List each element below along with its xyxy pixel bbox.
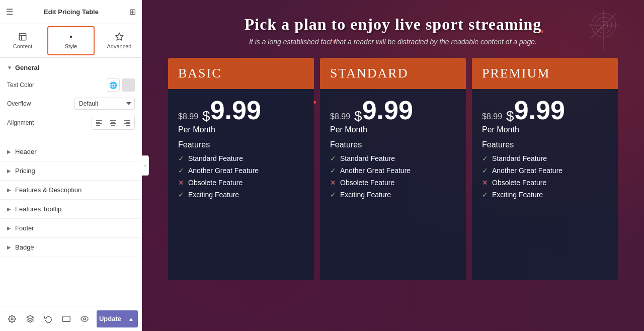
card-basic-feature-4: ✓ Exciting Feature (178, 191, 304, 199)
pricing-cards-row: Basic $8.99 $ 9.99 Per Month Features ✓ … (152, 58, 634, 280)
alignment-controls (92, 116, 135, 130)
update-button[interactable]: Update (97, 310, 124, 327)
card-premium-price: 9.99 (514, 97, 565, 123)
card-premium-plan-name: Premium (482, 66, 608, 81)
card-standard-price-row: $8.99 $ 9.99 (330, 97, 456, 123)
settings-icon-btn[interactable] (4, 311, 20, 327)
card-basic-period: Per Month (178, 125, 304, 134)
align-center-btn[interactable] (106, 116, 120, 129)
feature-check-icon: ✓ (330, 154, 336, 162)
card-premium-dollar: $ (506, 109, 514, 123)
feature-x-icon: ✕ (330, 179, 336, 187)
accordion-pricing: ▶ Pricing (0, 161, 142, 181)
panel-content: ▼ General Text Color 🌐 Overflow Default … (0, 58, 142, 306)
overflow-label: Overflow (7, 100, 31, 107)
accordion-footer-btn[interactable]: ▶ Footer (0, 219, 142, 237)
align-left-btn[interactable] (92, 116, 106, 129)
text-color-swatch[interactable] (122, 78, 135, 92)
card-standard-plan-name: Standard (330, 66, 456, 81)
card-standard-old-price: $8.99 (330, 112, 350, 121)
card-premium-old-price: $8.99 (482, 112, 502, 121)
accordion-footer: ▶ Footer (0, 219, 142, 238)
accordion-features-desc-btn[interactable]: ▶ Features & Description (0, 181, 142, 199)
feature-check-icon: ✓ (482, 191, 488, 199)
accordion-pricing-btn[interactable]: ▶ Pricing (0, 161, 142, 180)
bottom-toolbar: Update ▲ (0, 306, 142, 331)
history-icon-btn[interactable] (40, 311, 56, 327)
accordion-badge-btn[interactable]: ▶ Badge (0, 238, 142, 257)
grid-icon[interactable]: ⊞ (129, 7, 136, 17)
accordion-header-btn[interactable]: ▶ Header (0, 142, 142, 161)
pricing-content: Pick a plan to enjoy live sport streamin… (142, 0, 644, 285)
card-premium-features-label: Features (482, 140, 608, 149)
responsive-icon-btn[interactable] (58, 311, 74, 327)
general-section: ▼ General Text Color 🌐 Overflow Default … (0, 58, 142, 142)
card-basic-features-label: Features (178, 140, 304, 149)
accordion-pricing-arrow: ▶ (7, 168, 11, 174)
svg-point-16 (11, 318, 13, 320)
accordion-badge-label: Badge (15, 243, 34, 251)
card-basic-price: 9.99 (210, 97, 261, 123)
feature-check-icon: ✓ (482, 154, 488, 162)
card-premium-feature-1: ✓ Standard Feature (482, 154, 608, 162)
text-color-global-btn[interactable]: 🌐 (107, 78, 120, 92)
card-basic-price-row: $8.99 $ 9.99 (178, 97, 304, 123)
pricing-subheading: It is a long established fact that a rea… (152, 38, 634, 46)
feature-check-icon: ✓ (482, 167, 488, 175)
general-section-title[interactable]: ▼ General (7, 64, 135, 71)
update-chevron-btn[interactable]: ▲ (124, 310, 138, 327)
card-standard-header: Standard (320, 58, 466, 89)
card-basic-header: Basic (168, 58, 314, 89)
tab-content-label: Content (13, 43, 33, 49)
feature-check-icon: ✓ (178, 167, 184, 175)
text-color-controls: 🌐 (107, 78, 135, 92)
eye-icon-btn[interactable] (76, 311, 93, 327)
card-standard-feature-2: ✓ Another Great Feature (330, 167, 456, 175)
hamburger-icon[interactable]: ☰ (6, 7, 13, 17)
alignment-button-group (92, 116, 135, 130)
card-standard-body: $8.99 $ 9.99 Per Month Features ✓ Standa… (320, 89, 466, 280)
text-color-label: Text Color (7, 81, 34, 89)
accordion-features-tooltip-arrow: ▶ (7, 206, 11, 212)
card-basic-plan-name: Basic (178, 66, 304, 81)
pricing-card-standard: Standard $8.99 $ 9.99 Per Month Features… (320, 58, 466, 280)
feature-check-icon: ✓ (178, 191, 184, 199)
tab-row: Content Style Advanced (0, 24, 142, 58)
card-standard-feature-4: ✓ Exciting Feature (330, 191, 456, 199)
card-basic-feature-2: ✓ Another Great Feature (178, 167, 304, 175)
accordion-pricing-label: Pricing (15, 167, 35, 175)
overflow-controls: Default Hidden Scroll Auto (74, 98, 135, 110)
svg-point-20 (84, 318, 86, 320)
tab-content[interactable]: Content (0, 24, 45, 57)
svg-rect-0 (19, 33, 26, 40)
panel-collapse-handle[interactable]: ‹ (142, 155, 149, 176)
card-premium-period: Per Month (482, 125, 608, 134)
panel-title: Edit Pricing Table (44, 8, 99, 16)
accordion-features-desc-arrow: ▶ (7, 187, 11, 193)
alignment-label: Alignment (7, 119, 34, 126)
accordion-features-tooltip-label: Features Tooltip (15, 205, 61, 213)
feature-check-icon: ✓ (330, 191, 336, 199)
tab-advanced[interactable]: Advanced (97, 24, 142, 57)
overflow-row: Overflow Default Hidden Scroll Auto (7, 98, 135, 110)
svg-point-3 (70, 36, 72, 38)
overflow-select[interactable]: Default Hidden Scroll Auto (74, 98, 135, 110)
pricing-heading: Pick a plan to enjoy live sport streamin… (152, 15, 634, 34)
card-basic-feature-3: ✕ Obsolete Feature (178, 179, 304, 187)
card-basic-feature-1: ✓ Standard Feature (178, 154, 304, 162)
layers-icon-btn[interactable] (22, 311, 38, 327)
accordion-features-desc: ▶ Features & Description (0, 181, 142, 200)
svg-marker-17 (27, 315, 33, 319)
align-right-btn[interactable] (120, 116, 134, 129)
card-standard-features-label: Features (330, 140, 456, 149)
tab-style[interactable]: Style (47, 26, 95, 55)
left-panel: ☰ Edit Pricing Table ⊞ Content Style Adv… (0, 0, 142, 331)
card-standard-price: 9.99 (362, 97, 413, 123)
card-premium-feature-3: ✕ Obsolete Feature (482, 179, 608, 187)
card-basic-body: $8.99 $ 9.99 Per Month Features ✓ Standa… (168, 89, 314, 280)
right-content-area: Pick a plan to enjoy live sport streamin… (142, 0, 644, 331)
accordion-features-tooltip-btn[interactable]: ▶ Features Tooltip (0, 200, 142, 218)
card-standard-feature-1: ✓ Standard Feature (330, 154, 456, 162)
general-arrow-icon: ▼ (7, 65, 12, 70)
accordion-footer-label: Footer (15, 224, 34, 232)
